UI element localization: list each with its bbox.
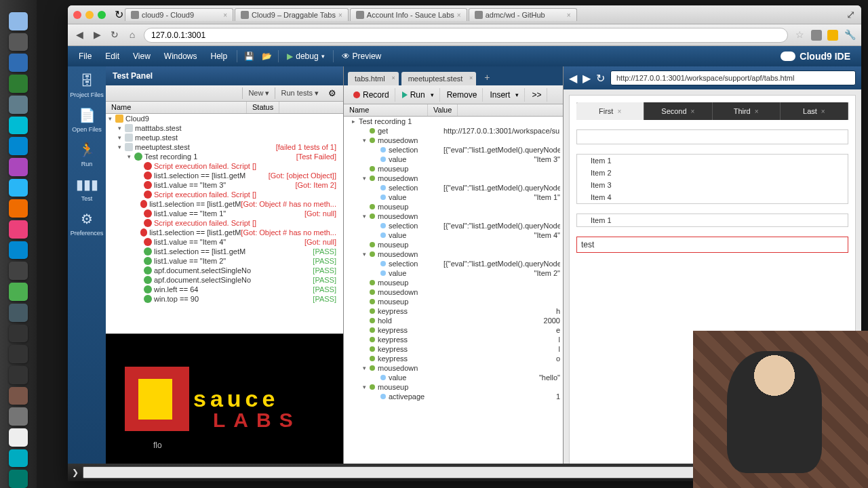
sidebar-item[interactable]: 📄Open Files (72, 106, 102, 133)
close-icon[interactable]: × (617, 108, 621, 115)
recording-row[interactable]: hold2000 (344, 316, 563, 325)
new-button[interactable]: New ▾ (242, 87, 275, 99)
recording-row[interactable]: mouseup (344, 297, 563, 306)
close-icon[interactable]: × (821, 108, 825, 115)
close-icon[interactable]: × (691, 108, 695, 115)
sidebar-item[interactable]: ▮▮▮Test (77, 176, 97, 202)
menu-edit[interactable]: Edit (98, 52, 126, 61)
test-row[interactable]: list1.value == "Item 4"[Got: null] (106, 237, 343, 247)
dock-app[interactable] (9, 283, 28, 301)
close-icon[interactable]: × (567, 12, 571, 19)
reload-icon[interactable]: ↻ (108, 29, 121, 41)
test-row[interactable]: Script execution failed. Script [] (106, 190, 343, 199)
recording-row[interactable]: activepage1 (344, 392, 563, 401)
dock-app[interactable] (9, 470, 28, 488)
test-row[interactable]: apf.document.selectSingleNo[PASS] (106, 266, 343, 275)
dock-app[interactable] (9, 54, 28, 72)
menu-help[interactable]: Help (204, 52, 235, 61)
gear-icon[interactable]: ⚙ (328, 88, 339, 99)
dock-app[interactable] (9, 449, 28, 468)
close-icon[interactable]: × (457, 12, 461, 19)
recording-row[interactable]: ▾mousedown (344, 211, 563, 221)
reload-icon[interactable]: ↻ (596, 72, 605, 85)
recording-row[interactable]: ▾mouseup (344, 382, 563, 392)
add-tab-icon[interactable]: + (479, 69, 495, 85)
wrench-icon[interactable]: 🔧 (844, 29, 856, 41)
dock-app[interactable] (9, 199, 28, 218)
test-row[interactable]: list1.value == "Item 3"[Got: Item 2] (106, 180, 343, 190)
test-row[interactable]: ▾Cloud9 (106, 114, 343, 123)
dock-app[interactable] (9, 366, 28, 384)
recording-row[interactable]: selection[{"eval":"list1.getModel().quer… (344, 259, 563, 268)
debug-button[interactable]: ▶debug▾ (281, 52, 330, 61)
record-button[interactable]: Record (348, 88, 395, 102)
back-icon[interactable]: ◀ (569, 72, 577, 85)
test-row[interactable]: apf.document.selectSingleNo[PASS] (106, 275, 343, 285)
test-row[interactable]: list1.value == "Item 1"[Got: null] (106, 209, 343, 218)
menu-windows[interactable]: Windows (157, 52, 204, 61)
skip-button[interactable]: >> (526, 88, 547, 102)
dock-app[interactable] (9, 304, 28, 322)
preview-button[interactable]: 👁Preview (336, 52, 387, 61)
test-row[interactable]: Script execution failed. Script [] (106, 161, 343, 171)
preview-tab[interactable]: Third× (713, 102, 781, 120)
forward-icon[interactable]: ▶ (91, 29, 103, 41)
menu-view[interactable]: View (126, 52, 157, 61)
dock-app[interactable] (9, 325, 28, 343)
test-row[interactable]: ▾matttabs.stest (106, 123, 343, 133)
col-value[interactable]: Value (428, 104, 458, 116)
col-name[interactable]: Name (344, 104, 428, 116)
list-item[interactable]: Item 2 (577, 167, 848, 179)
col-name[interactable]: Name (106, 102, 247, 113)
recording-row[interactable]: gethttp://127.0.0.1:3001/workspace/supp.… (344, 126, 563, 136)
recording-row[interactable]: ▾mousedown (344, 363, 563, 373)
test-row[interactable]: win.top == 90[PASS] (106, 294, 343, 304)
dock-app[interactable] (9, 262, 28, 280)
sidebar-item[interactable]: ⚙Preferences (71, 210, 104, 237)
star-icon[interactable]: ☆ (793, 29, 806, 41)
recording-row[interactable]: selection[{"eval":"list1.getModel().quer… (344, 145, 563, 155)
browser-tab[interactable]: admc/wd - GitHub× (469, 8, 577, 21)
back-icon[interactable]: ◀ (73, 29, 85, 41)
insert-button[interactable]: Insert▾ (484, 88, 525, 102)
selected-item[interactable]: Item 1 (576, 214, 848, 227)
sidebar-item[interactable]: 🏃Run (77, 141, 97, 167)
dock-app[interactable] (9, 241, 28, 260)
dock-app[interactable] (9, 75, 28, 93)
dock-app[interactable] (9, 117, 28, 135)
col-status[interactable]: Status (247, 102, 279, 113)
test-row[interactable]: list1.selection == [list1.getM[Got: Obje… (106, 199, 343, 209)
recording-row[interactable]: value"Item 1" (344, 192, 563, 202)
close-icon[interactable] (73, 11, 81, 19)
recording-row[interactable]: ▾mousedown (344, 136, 563, 145)
extension-icon[interactable] (811, 30, 822, 41)
recording-row[interactable]: ▸Test recording 1 (344, 117, 563, 126)
reload-icon[interactable]: ↻ (113, 8, 125, 21)
recording-row[interactable]: keypressl (344, 344, 563, 354)
save-icon[interactable]: 💾 (243, 50, 255, 62)
minimize-icon[interactable] (85, 11, 94, 19)
recording-row[interactable]: selection[{"eval":"list1.getModel().quer… (344, 221, 563, 230)
list-item[interactable]: Item 4 (577, 191, 848, 203)
list-item[interactable]: Item 3 (577, 179, 848, 191)
dock-app[interactable] (9, 220, 28, 239)
test-row[interactable]: list1.selection == [list1.getM[PASS] (106, 247, 343, 256)
recording-row[interactable]: mousedown (344, 287, 563, 297)
dock-app[interactable] (9, 33, 28, 52)
recording-row[interactable]: keypressl (344, 335, 563, 344)
test-row[interactable]: list1.selection == [list1.getM[Got: [obj… (106, 171, 343, 180)
browser-tab[interactable]: cloud9 - Cloud9× (125, 8, 233, 21)
editor-tab[interactable]: tabs.html× (348, 72, 399, 85)
recording-row[interactable]: mouseup (344, 202, 563, 211)
chevron-right-icon[interactable]: ❯ (72, 468, 79, 477)
test-row[interactable]: win.left == 64[PASS] (106, 285, 343, 294)
browser-tab[interactable]: Cloud9 – Draggable Tabs× (235, 8, 349, 21)
test-row[interactable]: ▾Test recording 1[Test Failed] (106, 152, 343, 161)
test-row[interactable]: Script execution failed. Script [] (106, 218, 343, 228)
preview-tab[interactable]: Second× (644, 102, 712, 120)
test-row[interactable]: ▾meetuptest.stest[failed 1 tests of 1] (106, 142, 343, 152)
dock-app[interactable] (9, 387, 28, 405)
recording-row[interactable]: mouseup (344, 278, 563, 287)
preview-url-input[interactable] (610, 70, 856, 85)
dock-app[interactable] (9, 428, 28, 447)
